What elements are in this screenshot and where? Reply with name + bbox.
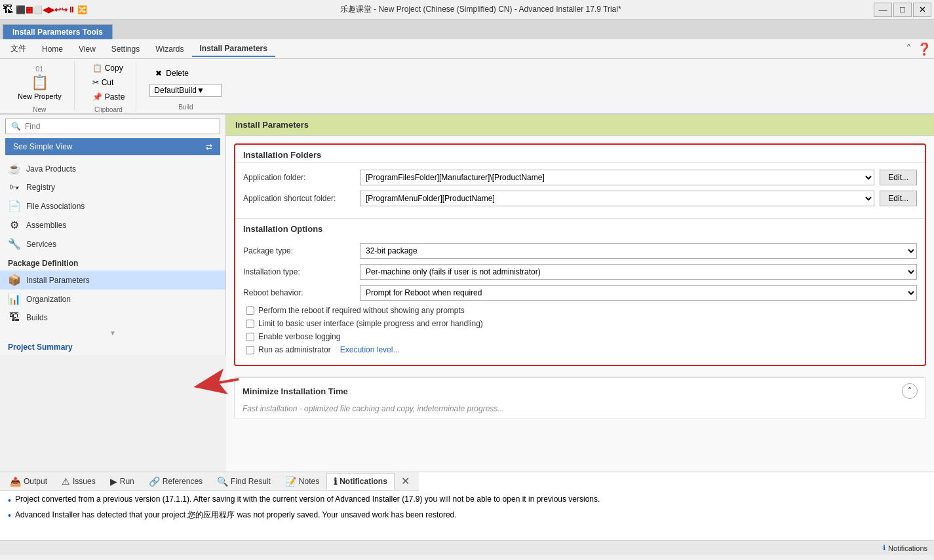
- minimize-button[interactable]: —: [874, 3, 892, 17]
- tab-references-label: References: [163, 477, 203, 486]
- sidebar-item-label: Install Parameters: [26, 276, 90, 285]
- tab-issues[interactable]: ⚠ Issues: [54, 473, 103, 490]
- java-products-icon: ☕: [8, 162, 21, 175]
- build-group: ✖ Delete DefaultBuild ▼: [149, 65, 222, 97]
- install-type-select[interactable]: Per-machine only (fails if user is not a…: [360, 264, 917, 280]
- tab-references[interactable]: 🔗 References: [142, 473, 210, 490]
- minimize-partial-text: Fast installation - optimized file cachi…: [235, 404, 925, 419]
- title-bar-left: 🏗 ⬛▦⬜◀▶↩↪⏸ 🔀: [3, 4, 87, 16]
- sidebar-item-services[interactable]: 🔧 Services: [0, 234, 225, 253]
- collapse-button[interactable]: ˄: [902, 383, 918, 399]
- checkbox-row-0: Perform the reboot if required without s…: [243, 306, 917, 315]
- cut-button[interactable]: ✂ Cut: [88, 76, 130, 89]
- maximize-button[interactable]: □: [893, 3, 912, 17]
- close-button[interactable]: ✕: [913, 3, 931, 17]
- checkbox-2[interactable]: [246, 333, 254, 341]
- issues-tab-icon: ⚠: [62, 476, 70, 487]
- bottom-tabs: 📤 Output ⚠ Issues ▶ Run 🔗 References 🔍 F…: [0, 472, 419, 491]
- search-icon: 🔍: [11, 122, 21, 131]
- sidebar-item-project-summary[interactable]: Project Summary: [0, 339, 225, 355]
- file-associations-icon: 📄: [8, 200, 21, 212]
- reboot-select[interactable]: Prompt for Reboot when required: [360, 285, 917, 301]
- tab-notes-label: Notes: [299, 477, 319, 486]
- menu-settings[interactable]: Settings: [104, 42, 147, 56]
- sidebar-item-organization[interactable]: 📊 Organization: [0, 289, 225, 308]
- sidebar-item-file-associations[interactable]: 📄 File Associations: [0, 196, 225, 215]
- menu-home[interactable]: Home: [34, 42, 71, 56]
- checkbox-label-0: Perform the reboot if required without s…: [258, 306, 465, 315]
- ribbon-collapse-icon[interactable]: ˄: [906, 42, 912, 56]
- sidebar-item-label: Organization: [26, 295, 71, 304]
- sidebar-item-java-products[interactable]: ☕ Java Products: [0, 159, 225, 178]
- tab-find-result[interactable]: 🔍 Find Result: [210, 473, 278, 490]
- sidebar-item-install-parameters[interactable]: 📦 Install Parameters: [0, 271, 225, 289]
- tab-notifications-label: Notifications: [340, 477, 387, 486]
- execution-level-link[interactable]: Execution level...: [340, 345, 400, 354]
- reboot-row: Reboot behavior: Prompt for Reboot when …: [243, 285, 917, 301]
- package-definition-title: Package Definition: [0, 253, 225, 271]
- app-folder-select[interactable]: [ProgramFilesFolder][Manufacturer]\[Prod…: [360, 170, 874, 185]
- paste-label: Paste: [105, 92, 125, 102]
- search-input[interactable]: [25, 122, 214, 131]
- help-icon[interactable]: ❓: [917, 42, 931, 56]
- tab-run[interactable]: ▶ Run: [103, 473, 142, 490]
- checkbox-0[interactable]: [246, 307, 254, 315]
- delete-button[interactable]: ✖ Delete: [149, 65, 195, 81]
- sidebar-item-label: File Associations: [26, 202, 85, 211]
- sidebar-item-assemblies[interactable]: ⚙ Assemblies: [0, 215, 225, 234]
- app-shortcut-edit-button[interactable]: Edit...: [880, 191, 917, 206]
- paste-button[interactable]: 📌 Paste: [88, 90, 130, 103]
- sidebar-item-label: Assemblies: [26, 221, 66, 230]
- install-params-content: Installation Folders Application folder:…: [226, 136, 934, 427]
- status-notifications-label: Notifications: [888, 544, 927, 552]
- output-tab-icon: 📤: [10, 476, 21, 487]
- sidebar-item-registry[interactable]: 🗝 Registry: [0, 178, 225, 196]
- tab-install-parameters-tools[interactable]: Install Parameters Tools: [3, 24, 113, 39]
- cut-icon: ✂: [92, 78, 99, 87]
- menu-install-parameters[interactable]: Install Parameters: [192, 41, 275, 57]
- checkbox-1[interactable]: [246, 320, 254, 328]
- copy-button[interactable]: 📋 Copy: [88, 62, 130, 75]
- delete-label: Delete: [166, 69, 189, 78]
- installation-folders-section: Installation Folders Application folder:…: [234, 143, 926, 366]
- assemblies-icon: ⚙: [8, 219, 21, 231]
- installation-folders-body: Application folder: [ProgramFilesFolder]…: [235, 163, 925, 218]
- status-notifications[interactable]: ℹ Notifications: [883, 544, 927, 552]
- tab-issues-label: Issues: [73, 477, 96, 486]
- new-property-label: New Property: [18, 92, 62, 100]
- bottom-panel-close-button[interactable]: ✕: [395, 472, 416, 490]
- tab-notes[interactable]: 📝 Notes: [278, 473, 326, 490]
- app-folder-edit-button[interactable]: Edit...: [880, 170, 917, 185]
- menu-file[interactable]: 文件: [3, 41, 34, 57]
- menu-wizards[interactable]: Wizards: [147, 42, 191, 56]
- build-dropdown[interactable]: DefaultBuild ▼: [149, 84, 222, 97]
- delete-icon: ✖: [155, 69, 162, 78]
- toolbar-tabs: Install Parameters Tools: [0, 20, 934, 39]
- checkbox-3[interactable]: [246, 346, 254, 354]
- installation-folders-title: Installation Folders: [235, 145, 925, 163]
- paste-icon: 📌: [92, 92, 102, 102]
- minimize-section: Minimize Installation Time ˄ Fast instal…: [234, 377, 926, 419]
- sidebar-search[interactable]: 🔍: [5, 119, 220, 134]
- content-area: Install Parameters Installation Folders …: [226, 115, 934, 472]
- see-simple-view-button[interactable]: See Simple View ⇄: [5, 138, 220, 155]
- app-folder-label: Application folder:: [243, 173, 355, 182]
- ribbon-new-buttons: 01 📋 New Property: [12, 62, 68, 103]
- sidebar-item-label: Registry: [26, 183, 55, 192]
- package-type-select[interactable]: 32-bit package: [360, 243, 917, 259]
- minimize-title: Minimize Installation Time: [243, 386, 348, 396]
- tab-output[interactable]: 📤 Output: [3, 473, 54, 490]
- cut-label: Cut: [102, 78, 114, 87]
- new-property-button[interactable]: 01 📋 New Property: [12, 62, 68, 103]
- sidebar: 🔍 See Simple View ⇄ ☕ Java Products 🗝 Re…: [0, 115, 226, 355]
- sidebar-item-label: Builds: [26, 313, 48, 322]
- app-shortcut-select[interactable]: [ProgramMenuFolder][ProductName]: [360, 191, 874, 206]
- sidebar-item-builds[interactable]: 🏗 Builds: [0, 308, 225, 327]
- tab-notifications[interactable]: ℹ Notifications: [326, 473, 395, 490]
- package-type-row: Package type: 32-bit package: [243, 243, 917, 259]
- build-dropdown-value: DefaultBuild: [154, 86, 197, 95]
- notification-row-1: • Advanced Installer has detected that y…: [8, 510, 926, 521]
- copy-icon: 📋: [92, 64, 102, 73]
- menu-view[interactable]: View: [71, 42, 104, 56]
- bottom-content: • Project converted from a previous vers…: [0, 491, 934, 540]
